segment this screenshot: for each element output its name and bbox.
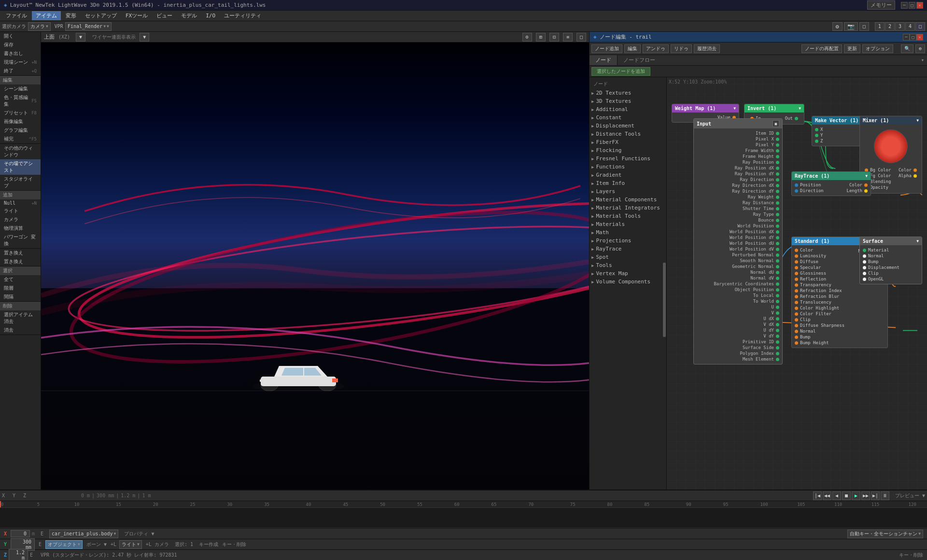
node-add-btn[interactable]: ノード追加 — [591, 44, 622, 53]
input-node[interactable]: Input ▣ Item ID Pixel X Pixel Y Frame Wi… — [693, 118, 783, 364]
node-search-icon[interactable]: 🔍 — [901, 44, 913, 53]
play-last-btn[interactable]: ▶| — [871, 491, 880, 500]
playhead[interactable] — [0, 501, 1, 507]
viewport-mode-toggle[interactable]: ▼ — [140, 33, 149, 42]
mode-btn-1[interactable]: 1 — [875, 22, 885, 31]
play-next-btn[interactable]: ▶▶ — [861, 491, 870, 500]
play-forward-btn[interactable]: ▶ — [852, 491, 860, 500]
cat-gradient[interactable]: ▶Gradient — [590, 171, 666, 179]
cat-iteminfo[interactable]: ▶Item Info — [590, 179, 666, 187]
cat-materials[interactable]: ▶Materials — [590, 220, 666, 228]
cat-math[interactable]: ▶Math — [590, 228, 666, 237]
vp-icon-2[interactable]: ⊞ — [536, 33, 546, 42]
sidebar-item-interval[interactable]: 間隔 — [0, 293, 41, 301]
cat-distancetools[interactable]: ▶Distance Tools — [590, 130, 666, 138]
sidebar-item-open[interactable]: 開く — [0, 32, 41, 41]
camera-dropdown[interactable]: カメラ ▼ — [28, 22, 51, 31]
tab-node[interactable]: ノード — [590, 55, 618, 65]
view-toggle-btn[interactable]: ▼ — [76, 33, 85, 42]
vp-icon-5[interactable]: □ — [576, 33, 586, 42]
menu-transform[interactable]: 変形 — [62, 11, 80, 20]
input-resize[interactable]: ▣ — [772, 120, 779, 127]
menu-model[interactable]: モデル — [177, 11, 201, 20]
vp-icon-4[interactable]: ≡ — [563, 33, 573, 42]
cat-mattools[interactable]: ▶Material Tools — [590, 212, 666, 220]
menu-item[interactable]: アイテム — [32, 11, 61, 20]
cat-fiberfx[interactable]: ▶FiberFX — [590, 138, 666, 146]
menu-file[interactable]: ファイル — [2, 11, 31, 20]
node-update-btn[interactable]: 更新 — [844, 44, 860, 53]
cat-tools[interactable]: ▶Tools — [590, 261, 666, 269]
cat-spot[interactable]: ▶Spot — [590, 253, 666, 261]
sidebar-item-null[interactable]: Null+N — [0, 199, 41, 207]
node-editor-min[interactable]: ─ — [903, 34, 910, 41]
sidebar-item-studio[interactable]: スタジオライブ — [0, 175, 41, 190]
play-back-btn[interactable]: ◀ — [832, 491, 841, 500]
tab-nodeflow[interactable]: ノードフロー — [618, 55, 661, 65]
surface-out-node[interactable]: Surface ▼ Material Normal Bump Displacem… — [859, 237, 922, 284]
node-rearrange-btn[interactable]: ノードの再配置 — [801, 44, 842, 53]
sidebar-item-quit[interactable]: 終了+Q — [0, 67, 41, 75]
menu-io[interactable]: I/O — [202, 12, 219, 20]
sidebar-item-powergon[interactable]: パワーゴン 変換 — [0, 233, 41, 248]
invert-arrow[interactable]: ▼ — [799, 106, 801, 111]
play-prev-btn[interactable]: ◀◀ — [823, 491, 831, 500]
cat-additional[interactable]: ▶Additional — [590, 105, 666, 113]
node-options-btn[interactable]: オプション — [862, 44, 893, 53]
mode-btn-4[interactable]: 4 — [905, 22, 915, 31]
mode-btn-2[interactable]: 2 — [885, 22, 895, 31]
cat-vertexmap[interactable]: ▶Vertex Map — [590, 269, 666, 278]
cat-2dtextures[interactable]: ▶2D Textures — [590, 89, 666, 97]
cat-constant[interactable]: ▶Constant — [590, 113, 666, 122]
play-pause-btn[interactable]: ⏸ — [881, 491, 889, 500]
cat-functions[interactable]: ▶Functions — [590, 163, 666, 171]
light-dropdown[interactable]: ライト ▼ — [119, 540, 142, 549]
sidebar-item-otherwindow[interactable]: その他のウィンドウ — [0, 144, 41, 159]
sidebar-item-assist[interactable]: その場でアシスト — [0, 159, 41, 175]
surface-out-arrow[interactable]: ▼ — [916, 239, 919, 243]
sidebar-item-light[interactable]: ライト — [0, 207, 41, 215]
cat-raytrace[interactable]: ▶RayTrace — [590, 245, 666, 253]
node-canvas[interactable]: X:52 Y:103 Zoom:100% — [667, 77, 927, 490]
cat-projections[interactable]: ▶Projections — [590, 237, 666, 245]
cat-volumecomponents[interactable]: ▶Volume Components — [590, 278, 666, 286]
sidebar-item-sceneedit[interactable]: シーン編集 — [0, 84, 41, 93]
node-redo-btn[interactable]: リドゥ — [671, 44, 692, 53]
sidebar-item-graphedit[interactable]: グラフ編集 — [0, 126, 41, 135]
close-btn[interactable]: ✕ — [916, 2, 923, 9]
sidebar-item-complete[interactable]: 補完^F5 — [0, 135, 41, 143]
z-value-box[interactable]: 1.2 m — [9, 549, 28, 560]
node-editor-close[interactable]: ✕ — [916, 34, 923, 41]
category-scrollbar[interactable] — [663, 263, 666, 337]
maximize-btn[interactable]: □ — [909, 2, 915, 9]
auto-key-dropdown[interactable]: 自動キー・全モーションチャン ▼ — [847, 530, 923, 538]
sidebar-item-preset[interactable]: プリセットF8 — [0, 109, 41, 117]
node-clear-btn[interactable]: 履歴消去 — [694, 44, 720, 53]
menu-utility[interactable]: ユーティリティ — [220, 11, 265, 20]
current-frame-box[interactable]: 0 — [11, 530, 30, 537]
raytrace-node[interactable]: RayTrace (1) ▼ Position Direction — [791, 171, 871, 196]
sidebar-item-replace1[interactable]: 置き換え — [0, 249, 41, 257]
add-selected-btn[interactable]: 選択したノードを追加 — [591, 67, 650, 76]
node-zoom-icon[interactable]: ⊕ — [915, 44, 925, 53]
minimize-btn[interactable]: ─ — [901, 2, 908, 9]
sidebar-item-delete-selected[interactable]: 選択アイテム消去 — [0, 310, 41, 326]
sidebar-item-camera[interactable]: カメラ — [0, 215, 41, 224]
vp-icon-3[interactable]: ⊡ — [549, 33, 559, 42]
object-dropdown[interactable]: オブジェクト ▼ — [45, 540, 83, 549]
sidebar-item-export[interactable]: 書き出し — [0, 49, 41, 58]
node-edit-btn[interactable]: 編集 — [624, 44, 641, 53]
cat-layers[interactable]: ▶Layers — [590, 187, 666, 196]
play-first-btn[interactable]: |◀ — [813, 491, 822, 500]
camera-icon[interactable]: 📷 — [844, 22, 858, 31]
vp-icon-1[interactable]: ⚙ — [522, 33, 532, 42]
sidebar-item-coloredit[interactable]: 色・質感編集FS — [0, 93, 41, 109]
menu-setup[interactable]: セットアップ — [81, 11, 121, 20]
node-editor-max[interactable]: □ — [910, 34, 916, 41]
play-stop-btn[interactable]: ■ — [842, 491, 851, 500]
sidebar-item-newscene[interactable]: 現場シーン+N — [0, 58, 41, 67]
settings-icon[interactable]: ⚙ — [832, 22, 843, 31]
sidebar-item-all[interactable]: 全て — [0, 275, 41, 284]
raytrace-arrow[interactable]: ▼ — [865, 174, 868, 178]
sidebar-item-imageedit[interactable]: 画像編集 — [0, 117, 41, 126]
